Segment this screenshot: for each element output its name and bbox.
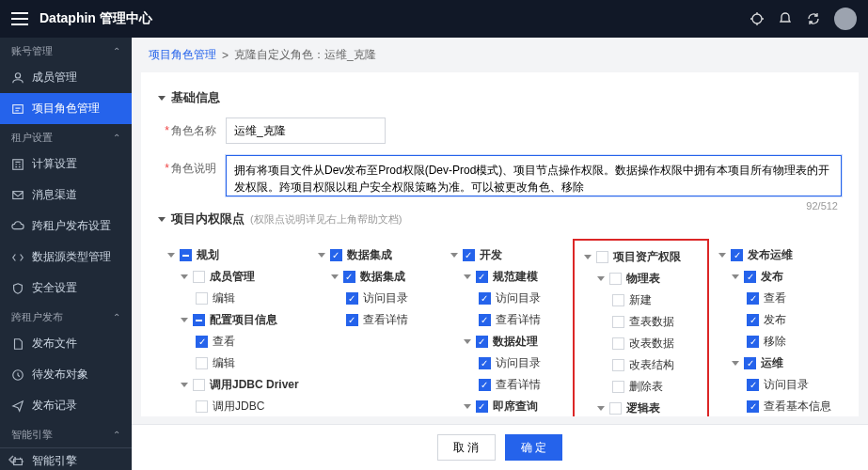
checkbox[interactable] — [330, 249, 342, 261]
checkbox[interactable] — [346, 292, 358, 305]
checkbox[interactable] — [744, 357, 756, 369]
cancel-button[interactable]: 取 消 — [437, 434, 495, 461]
perm-node: 发布 — [718, 266, 832, 288]
checkbox[interactable] — [596, 251, 608, 263]
sidebar-item[interactable]: 项目角色管理 — [0, 93, 132, 124]
sidebar-item[interactable]: 待发布对象 — [0, 359, 132, 390]
checkbox[interactable] — [476, 400, 488, 413]
chevron-down-icon[interactable] — [181, 383, 188, 387]
checkbox[interactable] — [747, 314, 759, 326]
sidebar-item[interactable]: 计算设置 — [0, 149, 132, 180]
checkbox[interactable] — [196, 400, 208, 413]
collapse-icon[interactable] — [158, 96, 166, 101]
chevron-down-icon[interactable] — [464, 404, 471, 409]
checkbox[interactable] — [612, 337, 624, 350]
chevron-down-icon[interactable] — [597, 276, 605, 281]
sidebar-collapse[interactable] — [0, 447, 132, 470]
perm-node: 数据集成 — [318, 266, 432, 288]
sidebar-item[interactable]: 发布文件 — [0, 328, 132, 359]
chevron-down-icon[interactable] — [331, 274, 339, 279]
chevron-down-icon[interactable] — [464, 339, 471, 344]
sidebar-group[interactable]: 租户设置⌃ — [0, 124, 132, 149]
checkbox[interactable] — [343, 271, 355, 283]
checkbox[interactable] — [612, 381, 624, 393]
user-avatar[interactable] — [834, 8, 857, 30]
checkbox[interactable] — [463, 249, 475, 261]
chevron-down-icon[interactable] — [597, 406, 605, 411]
chevron-down-icon[interactable] — [181, 274, 188, 279]
sidebar-item[interactable]: 跨租户发布设置 — [0, 211, 132, 242]
checkbox[interactable] — [196, 357, 208, 369]
chevron-down-icon[interactable] — [181, 318, 188, 322]
checkbox[interactable] — [609, 402, 622, 415]
refresh-icon[interactable] — [806, 11, 821, 26]
perm-leaf: 编辑 — [167, 288, 299, 309]
chevron-down-icon[interactable] — [464, 274, 471, 279]
role-desc-textarea[interactable] — [226, 155, 842, 196]
cloud-icon — [11, 220, 24, 233]
sidebar-group[interactable]: 跨租户发布⌃ — [0, 304, 132, 328]
chevron-down-icon[interactable] — [732, 361, 739, 366]
sidebar-group[interactable]: 账号管理⌃ — [0, 38, 132, 62]
menu-toggle[interactable] — [11, 12, 28, 25]
checkbox[interactable] — [612, 359, 624, 371]
checkbox[interactable] — [747, 400, 759, 413]
sidebar-group[interactable]: 智能引擎⌃ — [0, 421, 132, 446]
role-name-input[interactable] — [226, 118, 386, 144]
checkbox[interactable] — [731, 249, 743, 261]
sidebar-item[interactable]: 安全设置 — [0, 273, 132, 304]
chevron-down-icon[interactable] — [167, 253, 175, 258]
bell-icon[interactable] — [778, 11, 793, 26]
breadcrumb-link[interactable]: 项目角色管理 — [149, 47, 216, 63]
checkbox[interactable] — [479, 314, 491, 326]
perm-node: 规范建模 — [450, 266, 564, 288]
chevron-down-icon[interactable] — [318, 253, 325, 258]
checkbox[interactable] — [747, 292, 759, 305]
perm-leaf: 删除表 — [584, 376, 698, 398]
checkbox[interactable] — [196, 292, 208, 305]
chevron-down-icon[interactable] — [718, 253, 726, 258]
sidebar-item[interactable]: 消息渠道 — [0, 180, 132, 211]
checkbox[interactable] — [612, 294, 624, 306]
checkbox[interactable] — [747, 336, 759, 348]
bug-icon[interactable] — [750, 11, 765, 26]
checkbox[interactable] — [180, 249, 192, 261]
checkbox[interactable] — [193, 271, 205, 283]
checkbox[interactable] — [479, 357, 491, 369]
checkbox[interactable] — [346, 314, 358, 326]
chevron-down-icon[interactable] — [732, 274, 739, 279]
svg-point-0 — [752, 14, 762, 24]
chevron-down-icon[interactable] — [584, 255, 592, 259]
checkbox[interactable] — [479, 379, 491, 391]
ok-button[interactable]: 确 定 — [505, 434, 562, 461]
perm-leaf: 查看基本信息 — [718, 396, 832, 416]
perm-column: 项目资产权限物理表新建查表数据改表数据改表结构删除表逻辑表查表数据 — [573, 239, 709, 416]
sidebar-item-label: 发布记录 — [32, 398, 77, 414]
sidebar-item[interactable]: 发布记录 — [0, 390, 132, 421]
checkbox[interactable] — [193, 314, 205, 326]
collapse-icon[interactable] — [158, 217, 166, 222]
checkbox[interactable] — [612, 316, 624, 328]
sidebar-item-label: 计算设置 — [32, 156, 77, 172]
sidebar-item[interactable]: 成员管理 — [0, 62, 132, 93]
checkbox[interactable] — [476, 271, 488, 283]
sidebar-item-label: 数据源类型管理 — [32, 249, 111, 265]
sidebar-item-label: 发布文件 — [32, 336, 77, 352]
perm-column: 规划成员管理编辑配置项目信息查看编辑调用JDBC Driver调用JDBC业务实… — [158, 239, 308, 416]
checkbox[interactable] — [476, 336, 488, 348]
svg-rect-2 — [13, 104, 24, 113]
perm-root: 发布运维 — [718, 244, 832, 266]
perm-node: 物理表 — [584, 268, 698, 290]
checkbox[interactable] — [196, 336, 208, 348]
users-icon — [11, 71, 24, 85]
perm-leaf: 编辑 — [167, 352, 299, 374]
checkbox[interactable] — [609, 273, 622, 285]
checkbox[interactable] — [747, 379, 759, 391]
checkbox[interactable] — [193, 379, 205, 391]
checkbox[interactable] — [479, 292, 491, 305]
sidebar-item[interactable]: 数据源类型管理 — [0, 242, 132, 273]
chevron-down-icon[interactable] — [450, 253, 458, 258]
perm-leaf: 查看详情 — [450, 309, 564, 331]
sidebar-item-label: 待发布对象 — [32, 367, 88, 383]
checkbox[interactable] — [744, 271, 756, 283]
